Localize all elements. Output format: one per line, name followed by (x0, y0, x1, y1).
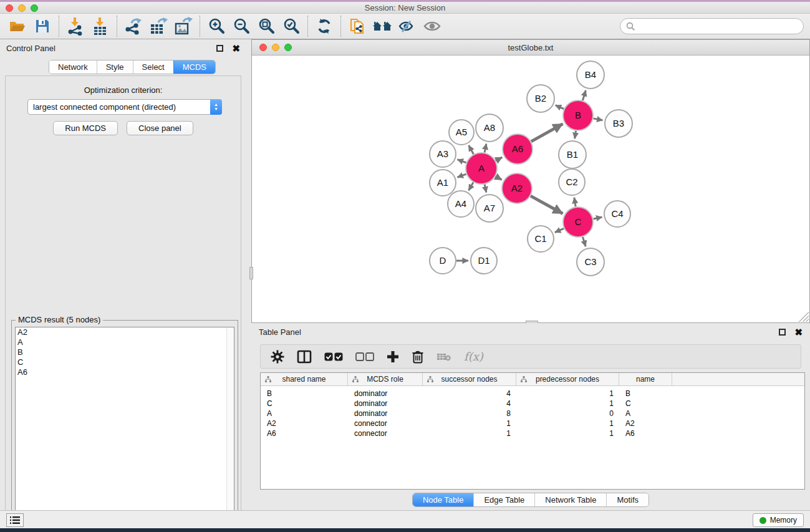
zoom-selected-button[interactable] (279, 15, 304, 37)
open-file-button[interactable] (5, 15, 30, 37)
graph-edge-B-B2[interactable] (556, 105, 564, 109)
table-cell[interactable]: 1 (423, 429, 516, 438)
graph-edge-C-C4[interactable] (593, 217, 602, 219)
graph-edge-A-A8[interactable] (485, 143, 486, 152)
close-table-panel-button[interactable]: ✖ (794, 329, 803, 336)
graph-node-D1[interactable]: D1 (471, 248, 497, 274)
table-cell[interactable]: 0 (516, 409, 619, 418)
mcds-result-list[interactable]: A2ABCA6 (15, 327, 234, 526)
graph-edge-C-C2[interactable] (574, 198, 576, 207)
table-cell[interactable]: A6 (261, 429, 348, 438)
table-cell[interactable]: 1 (516, 429, 619, 438)
column-header[interactable]: name (619, 373, 672, 385)
graph-edge-A2-C[interactable] (531, 196, 563, 213)
column-header[interactable]: successor nodes (423, 373, 516, 385)
graph-node-D[interactable]: D (430, 248, 456, 274)
deselect-all-button[interactable] (355, 352, 374, 361)
memory-button[interactable]: Memory (753, 513, 804, 527)
table-cell[interactable]: 1 (423, 419, 516, 428)
tab-select[interactable]: Select (133, 60, 173, 74)
export-network-button[interactable] (121, 15, 146, 37)
table-cell[interactable]: A6 (619, 429, 672, 438)
table-cell[interactable]: 8 (423, 409, 516, 418)
graph-node-A6[interactable]: A6 (503, 134, 533, 164)
table-cell[interactable]: B (261, 389, 348, 398)
function-builder-button[interactable]: f(x) (464, 350, 483, 363)
result-list-item[interactable]: C (16, 357, 234, 367)
table-cell[interactable]: A2 (619, 419, 672, 428)
graph-edge-C-C3[interactable] (582, 237, 586, 246)
float-table-panel-button[interactable] (779, 329, 786, 336)
result-list-item[interactable]: A2 (16, 327, 234, 337)
graph-node-C1[interactable]: C1 (528, 226, 554, 252)
column-header[interactable]: predecessor nodes (516, 373, 619, 385)
show-view-button[interactable] (420, 15, 445, 37)
table-settings-button[interactable] (271, 350, 284, 364)
close-panel-button[interactable]: Close panel (127, 121, 193, 135)
table-row[interactable]: A2connector11A2 (261, 418, 804, 428)
graph-node-C[interactable]: C (563, 207, 593, 237)
delete-column-button[interactable] (412, 350, 424, 364)
tab-edge-table[interactable]: Edge Table (473, 493, 534, 506)
graph-edge-A6-B[interactable] (531, 124, 563, 142)
graph-edge-B-B4[interactable] (582, 90, 586, 100)
zoom-window-button[interactable] (31, 4, 38, 12)
tab-style[interactable]: Style (97, 60, 133, 74)
graph-edge-A-A2[interactable] (496, 177, 502, 180)
graph-edge-A-A5[interactable] (469, 145, 474, 154)
show-column-button[interactable] (297, 350, 312, 364)
table-cell[interactable]: 1 (516, 419, 619, 428)
delete-table-button[interactable] (436, 352, 451, 361)
graph-node-A8[interactable]: A8 (476, 114, 503, 142)
tab-node-table[interactable]: Node Table (413, 493, 474, 506)
graph-edge-A-A4[interactable] (469, 183, 473, 191)
save-session-button[interactable] (30, 15, 55, 37)
tab-mcds[interactable]: MCDS (173, 60, 215, 74)
graph-node-A5[interactable]: A5 (449, 120, 474, 145)
table-cell[interactable]: 4 (423, 399, 516, 408)
network-canvas[interactable]: B4B2BB3A8A5A6A3B1AA1C2A2A4A7C4CC1DD1C3 (252, 56, 809, 322)
result-list-item[interactable]: A6 (16, 367, 234, 377)
close-window-button[interactable] (6, 4, 13, 12)
home-button[interactable] (370, 15, 395, 37)
select-all-button[interactable] (324, 352, 343, 361)
resize-grip-icon[interactable] (799, 312, 809, 322)
zoom-network-window-button[interactable] (284, 44, 292, 51)
graph-edge-A-A6[interactable] (496, 157, 502, 161)
minimize-window-button[interactable] (18, 4, 26, 12)
table-cell[interactable]: dominator (348, 409, 423, 418)
table-row[interactable]: A6connector11A6 (261, 428, 804, 438)
table-cell[interactable]: B (619, 389, 672, 398)
graph-edge-B-B1[interactable] (575, 131, 576, 139)
clone-network-button[interactable] (345, 15, 370, 37)
graph-node-A7[interactable]: A7 (476, 195, 503, 222)
criterion-dropdown[interactable]: largest connected component (directed) ▲… (27, 99, 222, 115)
refresh-layout-button[interactable] (312, 15, 337, 37)
column-header[interactable]: MCDS role (348, 373, 423, 385)
close-panel-icon-button[interactable]: ✖ (232, 45, 240, 52)
result-list-item[interactable]: B (16, 347, 234, 357)
graph-edge-A-A1[interactable] (457, 174, 466, 177)
minimize-network-window-button[interactable] (272, 44, 279, 51)
graph-node-C4[interactable]: C4 (604, 201, 630, 227)
float-panel-button[interactable] (216, 45, 223, 52)
table-row[interactable]: Adominator80A (261, 409, 804, 418)
result-list-item[interactable]: A (16, 337, 234, 347)
search-field[interactable] (620, 18, 804, 34)
search-input[interactable] (635, 22, 791, 31)
table-row[interactable]: Bdominator41B (261, 389, 804, 399)
table-cell[interactable]: dominator (348, 399, 423, 408)
graph-node-A4[interactable]: A4 (448, 191, 474, 217)
table-cell[interactable]: 1 (516, 389, 619, 398)
table-cell[interactable]: A (619, 409, 672, 418)
add-column-button[interactable] (387, 351, 399, 363)
main-titlebar[interactable]: Session: New Session (0, 2, 810, 14)
hide-view-button[interactable] (395, 15, 420, 37)
graph-node-B1[interactable]: B1 (559, 141, 586, 168)
graph-edge-A-A3[interactable] (457, 160, 466, 163)
tab-network[interactable]: Network (49, 60, 97, 74)
graph-edge-C-C1[interactable] (555, 228, 564, 232)
graph-edge-B-B3[interactable] (594, 118, 603, 120)
graph-node-A[interactable]: A (466, 153, 497, 184)
task-history-button[interactable] (6, 513, 24, 527)
